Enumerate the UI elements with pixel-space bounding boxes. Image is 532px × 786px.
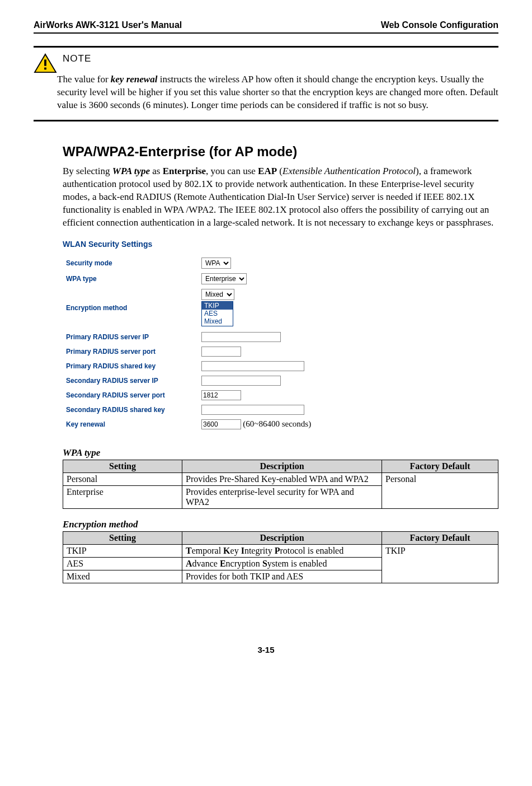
header-left: AirWorks AWK-3121 User's Manual bbox=[34, 20, 182, 30]
warning-icon bbox=[34, 53, 57, 73]
cell-setting: TKIP bbox=[63, 544, 182, 557]
select-security-mode[interactable]: WPA bbox=[201, 258, 231, 269]
table-row: Personal Provides Pre-Shared Key-enabled… bbox=[63, 472, 498, 485]
input-primary-key[interactable] bbox=[201, 361, 304, 371]
input-key-renewal[interactable] bbox=[201, 419, 241, 429]
cell-desc: Temporal Key Integrity Protocol is enabl… bbox=[182, 544, 382, 557]
table1-caption: WPA type bbox=[63, 447, 498, 458]
cell-desc: Provides enterprise-level security for W… bbox=[182, 485, 382, 508]
input-secondary-key[interactable] bbox=[201, 405, 304, 415]
cell-setting: Enterprise bbox=[63, 485, 182, 508]
cell-setting: Personal bbox=[63, 472, 182, 485]
header-right: Web Console Configuration bbox=[381, 20, 498, 30]
note-term: key renewal bbox=[111, 74, 158, 85]
label-secondary-key: Secondary RADIUS shared key bbox=[63, 403, 198, 417]
cell-desc: Provides for both TKIP and AES bbox=[182, 570, 382, 583]
enc-method-listbox[interactable]: TKIP AES Mixed bbox=[201, 301, 233, 326]
note-body: The value for key renewal instructs the … bbox=[57, 73, 498, 112]
wpa-type-table: Setting Description Factory Default Pers… bbox=[63, 460, 498, 509]
th-setting: Setting bbox=[63, 460, 182, 472]
table-header-row: Setting Description Factory Default bbox=[63, 531, 498, 544]
section-heading: WPA/WPA2-Enterprise (for AP mode) bbox=[63, 144, 498, 160]
th-description: Description bbox=[182, 460, 382, 472]
table2-caption: Encryption method bbox=[63, 519, 498, 530]
label-key-renewal: Key renewal bbox=[63, 417, 198, 432]
label-enc-method: Encryption method bbox=[63, 287, 198, 330]
th-default: Factory Default bbox=[382, 460, 498, 472]
table-row: TKIP Temporal Key Integrity Protocol is … bbox=[63, 544, 498, 557]
table-header-row: Setting Description Factory Default bbox=[63, 460, 498, 472]
label-security-mode: Security mode bbox=[63, 255, 198, 271]
cell-setting: AES bbox=[63, 557, 182, 570]
input-secondary-ip[interactable] bbox=[201, 376, 281, 386]
enc-option-aes[interactable]: AES bbox=[202, 310, 233, 317]
label-primary-ip: Primary RADIUS server IP bbox=[63, 330, 198, 344]
intro-paragraph: By selecting WPA type as Enterprise, you… bbox=[63, 165, 498, 230]
label-wpa-type: WPA type bbox=[63, 271, 198, 287]
page-number: 3-15 bbox=[34, 645, 498, 654]
input-secondary-port[interactable] bbox=[201, 390, 241, 400]
select-wpa-type[interactable]: Enterprise bbox=[201, 273, 247, 284]
key-renewal-unit: (60~86400 seconds) bbox=[243, 419, 311, 428]
page-header: AirWorks AWK-3121 User's Manual Web Cons… bbox=[34, 20, 498, 30]
cell-default: Personal bbox=[382, 472, 498, 508]
th-setting: Setting bbox=[63, 531, 182, 544]
label-primary-port: Primary RADIUS server port bbox=[63, 344, 198, 359]
encryption-method-table: Setting Description Factory Default TKIP… bbox=[63, 531, 498, 583]
cell-desc: Provides Pre-Shared Key-enabled WPA and … bbox=[182, 472, 382, 485]
select-enc-method[interactable]: Mixed bbox=[201, 289, 234, 300]
input-primary-ip[interactable] bbox=[201, 332, 281, 342]
cell-setting: Mixed bbox=[63, 570, 182, 583]
label-secondary-ip: Secondary RADIUS server IP bbox=[63, 373, 198, 388]
th-description: Description bbox=[182, 531, 382, 544]
input-primary-port[interactable] bbox=[201, 347, 241, 357]
wlan-settings-screenshot: WLAN Security Settings Security mode WPA… bbox=[63, 235, 370, 437]
label-secondary-port: Secondary RADIUS server port bbox=[63, 388, 198, 403]
enc-option-mixed[interactable]: Mixed bbox=[202, 317, 233, 325]
header-rule bbox=[34, 32, 498, 34]
label-primary-key: Primary RADIUS shared key bbox=[63, 359, 198, 373]
wlan-title: WLAN Security Settings bbox=[63, 240, 370, 249]
cell-default: TKIP bbox=[382, 544, 498, 583]
note-label: NOTE bbox=[63, 53, 498, 64]
cell-desc: Advance Encryption System is enabled bbox=[182, 557, 382, 570]
svg-rect-0 bbox=[44, 59, 46, 66]
enc-option-tkip[interactable]: TKIP bbox=[202, 302, 233, 310]
note-block: NOTE The value for key renewal instructs… bbox=[34, 46, 498, 121]
svg-rect-1 bbox=[44, 68, 46, 70]
th-default: Factory Default bbox=[382, 531, 498, 544]
